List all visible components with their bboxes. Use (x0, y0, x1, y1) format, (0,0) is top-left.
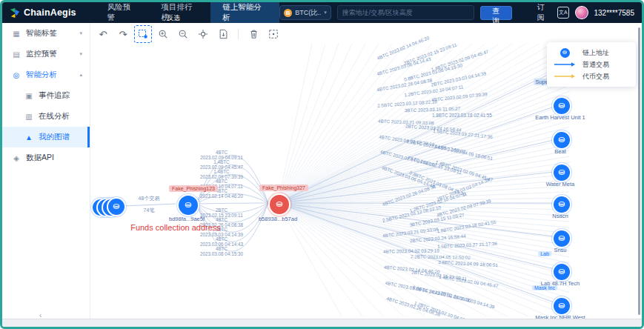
legend-label: 代币交易 (582, 72, 609, 82)
right-node-3[interactable] (552, 163, 571, 182)
fan-edge-label: 4BTC2023.03.08 04:15:30 (200, 246, 243, 256)
right-node-7[interactable] (552, 296, 571, 316)
right-node-5[interactable] (552, 229, 571, 248)
cluster-edge-label-count: 48个交易 (139, 195, 160, 202)
brand[interactable]: ChainAegis (9, 7, 76, 19)
arrow-blue-icon (553, 62, 577, 67)
undo-button[interactable]: ↶ (94, 25, 112, 43)
collection-node-tag[interactable]: Fake_Phishing123 (169, 185, 218, 192)
coin-stack-icon (556, 134, 568, 146)
right-node-tag[interactable]: Mask Inc (532, 285, 557, 290)
fit-button[interactable] (194, 25, 212, 43)
main-menu: 风险预警项目排行榜链上智能分析 (96, 2, 279, 23)
cluster-address-node[interactable] (107, 197, 126, 216)
sidebar-item-4[interactable]: ▥在线分析 (2, 106, 90, 127)
coin-select-value: BTC(比.. (295, 8, 321, 18)
coin-stack-icon (556, 300, 568, 312)
fan-edge-label: 4BTC2023.02.09 04:09:11 (200, 150, 242, 160)
chainaegis-logo-icon (9, 7, 20, 19)
analysis-icon: ◎ (12, 71, 21, 79)
right-node-4[interactable] (552, 195, 571, 214)
right-node-label[interactable]: Water Meta (546, 181, 574, 187)
sidebar-item-label: 智能分析 (26, 70, 57, 80)
address-node-icon (553, 48, 577, 58)
chevron-down-icon: ▾ (79, 51, 82, 57)
mid-edge-label: 4BTC 2023.04.02 03:29:19 (383, 247, 439, 253)
legend-row-0: 链上地址 (553, 47, 630, 59)
collection-node[interactable] (177, 194, 199, 216)
zoom-out-button[interactable] (174, 25, 192, 43)
frame-button[interactable] (265, 25, 282, 43)
sidebar-item-label: 在线分析 (39, 111, 70, 122)
legend-row-1: 普通交易 (553, 59, 630, 70)
sidebar: ▦智能标签▾▤监控预警▾◎智能分析▴▣事件追踪▥在线分析▲我的图谱◈数据API … (2, 23, 90, 319)
coin-stack-icon (182, 199, 194, 211)
search-input[interactable] (337, 5, 474, 20)
arrow-yellow-icon (553, 73, 577, 79)
coin-stack-icon (556, 100, 568, 112)
monitor-icon: ▤ (12, 50, 21, 59)
right-node-label[interactable]: Earth Harvest Unit 1 (535, 114, 585, 121)
api-icon: ◈ (12, 154, 21, 162)
sidebar-item-5[interactable]: ▲我的图谱 (2, 127, 90, 147)
sidebar-item-2[interactable]: ◎智能分析▴ (2, 64, 90, 85)
chevron-down-icon: ▾ (324, 10, 327, 16)
central-node[interactable] (268, 193, 291, 216)
sidebar-item-label: 事件追踪 (39, 90, 70, 101)
coin-stack-icon (556, 199, 568, 210)
central-node-tag[interactable]: Fake_Phishing327 (259, 185, 308, 191)
right-node-label[interactable]: Nsacn (552, 213, 568, 219)
right-node-tag[interactable]: Lab (538, 251, 551, 256)
coin-stack-icon (273, 199, 285, 210)
chart-icon: ▥ (24, 113, 33, 121)
right-node-label[interactable]: Beat (554, 148, 565, 155)
collection-node-address[interactable]: bd98fa...9ae5f (169, 216, 205, 222)
user-phone: 132****7585 (594, 9, 635, 17)
event-icon: ▣ (24, 92, 33, 100)
fan-edge-label: 4BTC2023.03.06 04:14:43 (200, 236, 243, 247)
legend-label: 普通交易 (582, 60, 609, 70)
avatar[interactable] (575, 6, 588, 19)
menu-item-0[interactable]: 风险预警 (96, 2, 150, 23)
select-button[interactable] (134, 25, 152, 43)
sidebar-item-label: 数据API (26, 153, 54, 163)
chevron-down-icon: ▾ (79, 30, 82, 36)
sidebar-item-3[interactable]: ▣事件追踪 (2, 85, 90, 106)
sidebar-item-1[interactable]: ▤监控预警▾ (2, 44, 90, 64)
delete-button[interactable] (245, 25, 262, 43)
redo-button[interactable]: ↷ (114, 25, 132, 43)
coin-stack-icon (556, 167, 568, 179)
sidebar-item-label: 监控预警 (26, 49, 57, 59)
right-node-6[interactable] (552, 262, 571, 282)
legend-row-2: 代币交易 (553, 70, 630, 82)
language-icon[interactable]: 文A (557, 7, 569, 19)
zoom-in-button[interactable] (154, 25, 172, 43)
right-node-1[interactable] (552, 96, 571, 116)
central-node-address[interactable]: b58938...b57ad (259, 216, 297, 222)
btc-coin-icon: B (284, 9, 292, 17)
search-button[interactable]: 查 询 (480, 6, 512, 20)
app-window: ChainAegis 风险预警项目排行榜链上智能分析 反选 B BTC(比.. … (0, 0, 644, 329)
funds-collection-annotation: Funds collection address (130, 223, 221, 232)
graph-legend: 链上地址普通交易代币交易 (547, 42, 636, 87)
coin-stack-icon (556, 233, 568, 245)
cluster-edge-label-sum: 74笔 (144, 207, 155, 214)
subscribe-link[interactable]: 订阅 (537, 2, 551, 23)
sidebar-item-6[interactable]: ◈数据API (2, 147, 90, 168)
sidebar-item-0[interactable]: ▦智能标签▾ (2, 23, 90, 44)
right-node-label[interactable]: Snsu (554, 247, 566, 253)
export-button[interactable] (214, 25, 232, 43)
navbar-right-group: B BTC(比.. ▾ 查 询 订阅 文A 132****7585 (279, 2, 634, 23)
coin-select[interactable]: B BTC(比.. ▾ (279, 5, 331, 20)
graph-canvas[interactable]: 4BTC 2023.02.14 04:46:202BTC 2023.02.15 … (90, 23, 642, 319)
fan-edge-label: 1.4BTC2023.02.09 04:45:47 (200, 159, 243, 170)
legend-label: 链上地址 (582, 48, 609, 58)
vertical-scrollbar[interactable] (638, 27, 640, 315)
right-node-2[interactable] (552, 130, 571, 150)
canvas-toolbar: ↶↷ (94, 25, 282, 43)
mid-edge-label: 1.8BTC 2023.03.18 02:41:55 (432, 113, 492, 118)
toolbar-divider (238, 29, 239, 39)
menu-item-2[interactable]: 链上智能分析 (210, 2, 279, 23)
graph-icon: ▲ (24, 133, 33, 142)
fan-edge-label: 1.4BTC2023.02.09 07:39:39 (200, 169, 243, 179)
